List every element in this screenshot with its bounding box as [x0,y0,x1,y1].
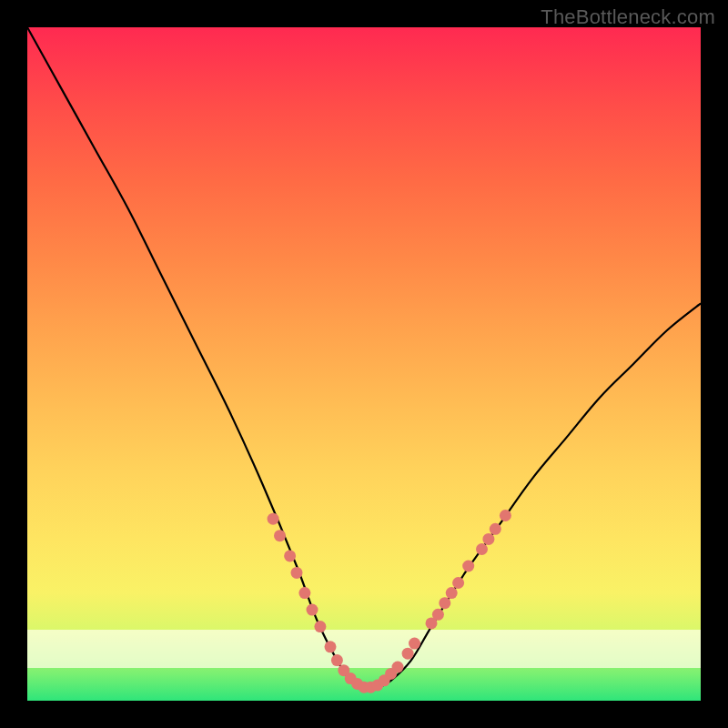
curve-dot [274,530,286,541]
curve-dot [409,638,420,650]
plot-area [27,27,701,701]
curve-dot [298,587,310,599]
curve-dot [476,543,488,555]
curve-markers [268,510,511,693]
curve-dot [452,577,464,589]
curve-dot [490,523,501,535]
curve-dot [432,609,444,621]
curve-dot [446,587,458,599]
curve-dot [462,561,474,572]
curve-dot [307,604,318,616]
curve-dot [402,648,414,660]
curve-dot [268,513,279,525]
watermark-text: TheBottleneck.com [541,5,715,29]
curve-dot [331,654,343,666]
curve-dot [291,567,303,579]
chart-frame: TheBottleneck.com [0,0,728,728]
bottleneck-curve [27,27,701,688]
curve-dot [482,533,494,545]
curve-dot [284,550,296,561]
curve-dot [325,641,337,652]
curve-dot [314,621,326,632]
chart-svg [27,27,701,701]
curve-dot [439,597,450,609]
curve-dot [392,662,404,673]
curve-dot [500,510,511,521]
